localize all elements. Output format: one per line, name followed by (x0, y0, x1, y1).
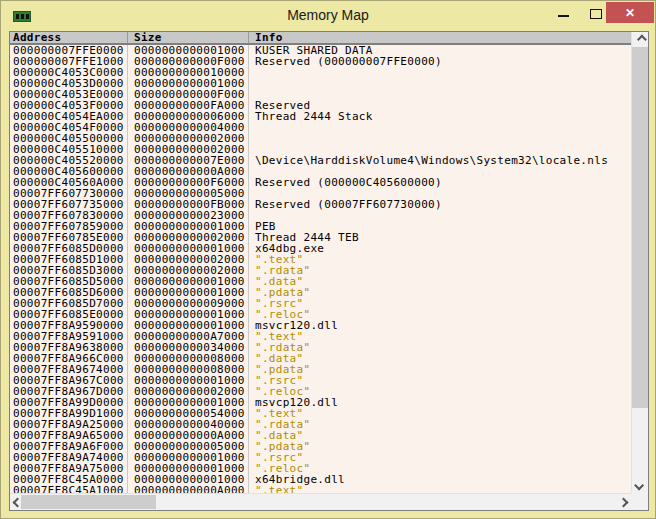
cell-address: 00007FF8C45A0000 (10, 474, 128, 485)
cell-info (249, 166, 631, 177)
table-row[interactable]: 00007FF8C45A1000000000000000A000 ".text" (10, 485, 631, 493)
cell-info: ".reloc" (249, 386, 631, 397)
cell-address: 000000C405510000 (10, 144, 128, 155)
cell-address: 000000C4053E0000 (10, 89, 128, 100)
cell-info: ".pdata" (249, 441, 631, 452)
chevron-up-icon (636, 35, 646, 45)
cell-info: ".rsrc" (249, 375, 631, 386)
table-row[interactable]: 000000C405520000000000000007E000\Device\… (10, 155, 631, 166)
cell-address: 00007FF6085D6000 (10, 287, 128, 298)
title-bar[interactable]: Memory Map ✕ (1, 1, 655, 31)
cell-info: ".pdata" (249, 287, 631, 298)
cell-size: 0000000000002000 (128, 144, 249, 155)
cell-info: ".data" (249, 430, 631, 441)
vertical-scrollbar[interactable] (631, 32, 648, 493)
table-row[interactable]: 000000C4054EA0000000000000006000Thread 2… (10, 111, 631, 122)
cell-info: Thread 2444 Stack (249, 111, 631, 122)
close-button[interactable]: ✕ (606, 2, 654, 23)
maximize-button[interactable] (590, 9, 602, 19)
cell-size: 000000000000A000 (128, 485, 249, 493)
table-row[interactable]: 00007FF8A967C0000000000000001000 ".rsrc" (10, 375, 631, 386)
cell-info: Reserved (00007FF607730000) (249, 199, 631, 210)
cell-address: 00007FF8C45A1000 (10, 485, 128, 493)
table-header: Address Size Info (10, 32, 631, 45)
scroll-up-button[interactable] (632, 32, 648, 47)
table-row[interactable]: 00007FF8A967D0000000000000002000 ".reloc… (10, 386, 631, 397)
table-row[interactable]: 00007FF6085D30000000000000002000 ".rdata… (10, 265, 631, 276)
table-row[interactable]: 00007FF8A96380000000000000034000 ".rdata… (10, 342, 631, 353)
table-row[interactable]: 000000C405600000000000000000A000 (10, 166, 631, 177)
cell-size: 0000000000001000 (128, 452, 249, 463)
table-row[interactable]: 000000C4055100000000000000002000 (10, 144, 631, 155)
vertical-scroll-thumb[interactable] (632, 47, 648, 408)
cell-size: 0000000000001000 (128, 309, 249, 320)
table-row[interactable]: 00007FF8A9A65000000000000000A000 ".data" (10, 430, 631, 441)
cell-size: 0000000000001000 (128, 320, 249, 331)
table-row[interactable]: 00007FF6077300000000000000005000 (10, 188, 631, 199)
table-row[interactable]: 00007FF8A959100000000000000A7000 ".text" (10, 331, 631, 342)
cell-address: 00007FF8A9A25000 (10, 419, 128, 430)
cell-address: 00007FF8A967C000 (10, 375, 128, 386)
table-row[interactable]: 00007FF8A9A740000000000000001000 ".rsrc" (10, 452, 631, 463)
column-header-size[interactable]: Size (128, 32, 249, 43)
table-row[interactable]: 00007FF8A966C0000000000000008000 ".data" (10, 353, 631, 364)
cell-info (249, 89, 631, 100)
cell-address: 00007FF8A9591000 (10, 331, 128, 342)
cell-size: 0000000000001000 (128, 287, 249, 298)
cell-size: 0000000000001000 (128, 78, 249, 89)
table-row[interactable]: 00007FF8C45A00000000000000001000x64bridg… (10, 474, 631, 485)
table-row[interactable]: 00007FF6085D70000000000000009000 ".rsrc" (10, 298, 631, 309)
column-header-info[interactable]: Info (249, 32, 631, 43)
table-row[interactable]: 00007FF8A95900000000000000001000msvcr120… (10, 320, 631, 331)
table-row[interactable]: 000000C4053F000000000000000FA000Reserved (10, 100, 631, 111)
horizontal-scroll-thumb[interactable] (21, 495, 156, 509)
cell-address: 00007FF8A967D000 (10, 386, 128, 397)
table-row[interactable]: 000000007FFE1000000000000000F000Reserved… (10, 56, 631, 67)
cell-info: ".text" (249, 485, 631, 493)
cell-size: 0000000000054000 (128, 408, 249, 419)
table-row[interactable]: 000000C40560A00000000000000F6000Reserved… (10, 177, 631, 188)
table-row[interactable]: 00007FF8A9A750000000000000001000 ".reloc… (10, 463, 631, 474)
table-row[interactable]: 00007FF6085D50000000000000001000 ".data" (10, 276, 631, 287)
cell-size: 0000000000001000 (128, 375, 249, 386)
table-row[interactable]: 00007FF8A96740000000000000008000 ".pdata… (10, 364, 631, 375)
cell-size: 0000000000034000 (128, 342, 249, 353)
table-row[interactable]: 000000C4055000000000000000002000 (10, 133, 631, 144)
table-row[interactable]: 00007FF8A99D00000000000000001000msvcp120… (10, 397, 631, 408)
table-row[interactable]: 00007FF6078590000000000000001000PEB (10, 221, 631, 232)
cell-info: x64bridge.dll (249, 474, 631, 485)
table-row[interactable]: 00007FF8A99D10000000000000054000 ".text" (10, 408, 631, 419)
cell-size: 00000000000FA000 (128, 100, 249, 111)
scroll-right-button[interactable] (616, 494, 631, 510)
cell-address: 000000007FFE0000 (10, 45, 128, 56)
table-row[interactable]: 000000C4053E0000000000000000F000 (10, 89, 631, 100)
minimize-button[interactable] (558, 15, 569, 17)
memory-map-table: Address Size Info 000000007FFE0000000000… (9, 31, 649, 511)
cell-size: 0000000000002000 (128, 254, 249, 265)
table-row[interactable]: 000000C4053C00000000000000010000 (10, 67, 631, 78)
column-header-address[interactable]: Address (10, 32, 128, 43)
table-row[interactable]: 00007FF6078300000000000000023000 (10, 210, 631, 221)
cell-info (249, 188, 631, 199)
table-row[interactable]: 00007FF8A9A250000000000000040000 ".rdata… (10, 419, 631, 430)
cell-address: 000000C405500000 (10, 133, 128, 144)
table-row[interactable]: 000000007FFE00000000000000001000KUSER_SH… (10, 45, 631, 56)
horizontal-scrollbar[interactable] (10, 493, 631, 510)
table-row[interactable]: 00007FF6085D10000000000000002000 ".text" (10, 254, 631, 265)
table-row[interactable]: 00007FF60785E0000000000000002000Thread 2… (10, 232, 631, 243)
scroll-down-button[interactable] (632, 478, 648, 493)
table-row[interactable]: 000000C4053D00000000000000001000 (10, 78, 631, 89)
memory-map-window: Memory Map ✕ Address Size Info 000000007… (0, 0, 656, 519)
cell-address: 00007FF8A99D1000 (10, 408, 128, 419)
table-row[interactable]: 00007FF60773500000000000000FB000Reserved… (10, 199, 631, 210)
cell-info: ".reloc" (249, 463, 631, 474)
table-row[interactable]: 00007FF6085D60000000000000001000 ".pdata… (10, 287, 631, 298)
cell-address: 00007FF6085D1000 (10, 254, 128, 265)
table-row[interactable]: 00007FF6085D00000000000000001000x64dbg.e… (10, 243, 631, 254)
table-row[interactable]: 000000C4054F00000000000000004000 (10, 122, 631, 133)
table-row[interactable]: 00007FF8A9A6F0000000000000005000 ".pdata… (10, 441, 631, 452)
cell-size: 0000000000002000 (128, 386, 249, 397)
cell-address: 00007FF607830000 (10, 210, 128, 221)
cell-address: 000000C4054EA000 (10, 111, 128, 122)
table-row[interactable]: 00007FF6085E00000000000000001000 ".reloc… (10, 309, 631, 320)
